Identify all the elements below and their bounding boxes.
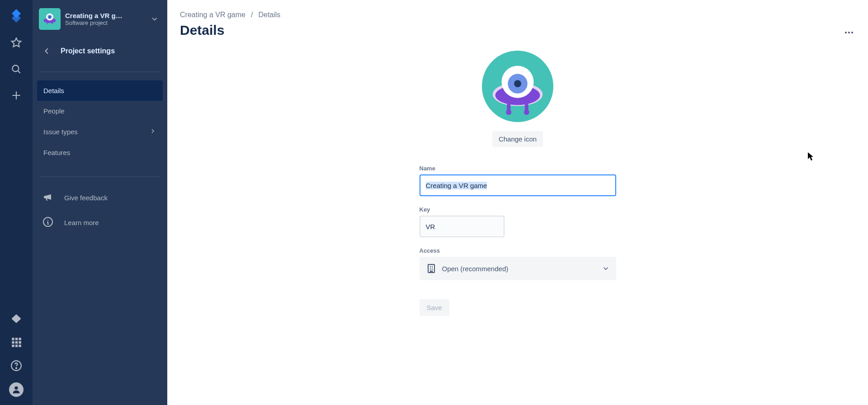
name-label: Name	[420, 165, 616, 172]
svg-rect-7	[12, 344, 14, 347]
access-value: Open (recommended)	[442, 265, 596, 273]
create-icon[interactable]	[9, 89, 23, 102]
svg-rect-17	[47, 22, 47, 24]
nav-item-label: Issue types	[43, 128, 78, 136]
breadcrumb-separator: /	[251, 11, 253, 19]
back-to-project-link[interactable]: Project settings	[37, 42, 163, 61]
main-content: Creating a VR game / Details Details	[167, 0, 868, 405]
project-name: Creating a VR g…	[65, 12, 146, 19]
chevron-down-icon	[150, 14, 159, 24]
help-icon[interactable]	[9, 359, 23, 372]
page-title: Details	[180, 23, 855, 38]
arrow-right-icon	[149, 127, 156, 136]
building-icon	[426, 263, 437, 274]
key-input[interactable]	[420, 216, 505, 237]
feedback-label: Give feedback	[64, 194, 108, 202]
settings-back-label: Project settings	[61, 47, 115, 55]
profile-avatar-icon[interactable]	[9, 382, 24, 397]
nav-people[interactable]: People	[37, 101, 163, 121]
breadcrumb-project[interactable]: Creating a VR game	[180, 11, 245, 19]
nav-features[interactable]: Features	[37, 142, 163, 163]
svg-rect-9	[19, 344, 21, 347]
megaphone-icon	[42, 192, 53, 204]
svg-point-12	[14, 386, 18, 390]
svg-rect-3	[19, 338, 21, 340]
learn-more-link[interactable]: Learn more	[37, 210, 163, 235]
search-icon[interactable]	[9, 62, 23, 76]
breadcrumb-current: Details	[258, 11, 280, 19]
star-icon[interactable]	[9, 36, 23, 50]
nav-details[interactable]: Details	[37, 80, 163, 101]
apps-icon[interactable]	[9, 335, 23, 349]
give-feedback-link[interactable]: Give feedback	[37, 185, 163, 210]
key-label: Key	[420, 206, 616, 213]
more-menu-button[interactable]	[843, 26, 855, 39]
nav-issue-types[interactable]: Issue types	[37, 121, 163, 142]
project-type: Software project	[65, 19, 146, 26]
svg-point-11	[16, 367, 17, 368]
info-icon	[42, 217, 53, 229]
svg-rect-6	[19, 341, 21, 344]
svg-point-16	[49, 16, 50, 18]
name-input[interactable]: Creating a VR game	[420, 174, 616, 196]
svg-point-21	[848, 32, 850, 33]
access-select[interactable]: Open (recommended)	[420, 257, 616, 280]
divider	[40, 71, 160, 72]
project-sidebar: Creating a VR g… Software project Projec…	[33, 0, 167, 405]
change-icon-button[interactable]: Change icon	[492, 131, 543, 147]
svg-rect-8	[15, 344, 18, 347]
breadcrumb: Creating a VR game / Details	[180, 11, 855, 19]
svg-point-20	[845, 32, 847, 33]
svg-point-0	[12, 65, 19, 71]
svg-rect-4	[12, 341, 14, 344]
project-switcher[interactable]: Creating a VR g… Software project	[37, 8, 163, 30]
learn-label: Learn more	[64, 219, 99, 226]
name-input-value: Creating a VR game	[426, 182, 487, 189]
svg-rect-18	[52, 22, 53, 24]
project-avatar-icon	[39, 8, 61, 30]
nav-item-label: Details	[43, 87, 64, 94]
divider	[40, 176, 160, 177]
save-button[interactable]: Save	[420, 299, 449, 316]
global-nav-rail	[0, 0, 33, 405]
svg-rect-1	[12, 338, 14, 340]
svg-point-31	[524, 109, 529, 115]
svg-rect-5	[15, 341, 18, 344]
notification-tag-icon[interactable]	[9, 312, 23, 325]
nav-item-label: People	[43, 107, 65, 115]
svg-rect-2	[15, 338, 18, 340]
access-label: Access	[420, 247, 616, 254]
svg-point-30	[506, 109, 511, 115]
cursor-icon	[807, 152, 814, 161]
nav-item-label: Features	[43, 149, 70, 156]
jira-logo-icon[interactable]	[9, 9, 24, 24]
svg-point-22	[851, 32, 853, 33]
svg-point-27	[514, 80, 521, 87]
chevron-down-icon	[602, 264, 610, 273]
project-avatar-large	[482, 51, 553, 122]
